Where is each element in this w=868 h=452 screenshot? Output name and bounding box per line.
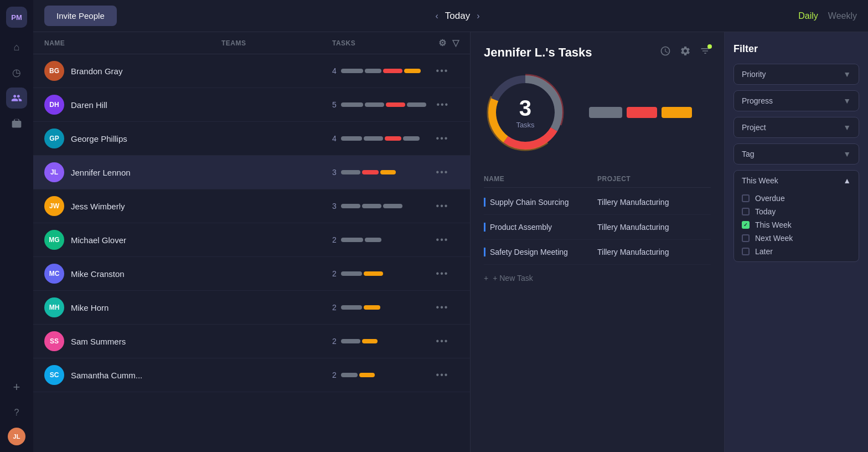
settings-icon[interactable] xyxy=(680,45,691,59)
person-row[interactable]: GP George Phillips 4 ••• xyxy=(33,122,470,156)
filter-date-label: This Week xyxy=(742,176,778,185)
more-options-button[interactable]: ••• xyxy=(426,167,459,177)
person-row[interactable]: MG Michael Glover 2 ••• xyxy=(33,223,470,257)
chevron-down-icon: ▼ xyxy=(843,96,851,105)
filter-option[interactable]: Later xyxy=(742,247,851,256)
col-teams: TEAMS xyxy=(221,39,332,47)
filter-progress-dropdown[interactable]: Progress ▼ xyxy=(733,90,859,111)
more-options-button[interactable]: ••• xyxy=(426,269,459,279)
task-count-badge: 2 xyxy=(332,303,337,312)
chevron-down-icon: ▼ xyxy=(843,150,851,158)
filter-option[interactable]: Next Week xyxy=(742,234,851,243)
person-row[interactable]: DH Daren Hill 5 ••• xyxy=(33,88,470,122)
person-row[interactable]: JL Jennifer Lennon 3 ••• xyxy=(33,156,470,189)
task-bar xyxy=(341,339,360,343)
filter-option-label: This Week xyxy=(755,220,792,229)
bar-amber xyxy=(662,107,692,118)
filter-option[interactable]: Today xyxy=(742,207,851,216)
more-options-button[interactable]: ••• xyxy=(426,336,459,346)
topbar: Invite People ‹ Today › Daily Weekly xyxy=(33,0,868,32)
sidebar: PM ⌂ ◷ + ? JL xyxy=(0,0,33,452)
filter-active-icon[interactable] xyxy=(700,45,711,59)
sidebar-item-home[interactable]: ⌂ xyxy=(6,37,27,58)
sidebar-item-briefcase[interactable] xyxy=(6,113,27,134)
filter-icon[interactable]: ▽ xyxy=(452,38,459,48)
task-bar xyxy=(341,170,360,174)
main-content: Invite People ‹ Today › Daily Weekly NAM… xyxy=(33,0,868,452)
more-options-button[interactable]: ••• xyxy=(426,100,459,110)
sidebar-item-people[interactable] xyxy=(6,88,27,109)
sidebar-item-clock[interactable]: ◷ xyxy=(6,62,27,83)
person-tasks: 2 xyxy=(332,337,426,346)
daily-view-button[interactable]: Daily xyxy=(798,11,818,21)
filter-option-label: Next Week xyxy=(755,234,793,243)
filter-checkbox[interactable] xyxy=(742,221,750,229)
more-options-button[interactable]: ••• xyxy=(426,133,459,143)
filter-checkbox[interactable] xyxy=(742,248,750,255)
tasks-rows: Supply Chain Sourcing Tillery Manufactur… xyxy=(484,190,711,265)
filter-option[interactable]: Overdue xyxy=(742,194,851,203)
more-options-button[interactable]: ••• xyxy=(426,302,459,312)
task-bar xyxy=(404,69,421,73)
filter-checkbox[interactable] xyxy=(742,234,750,242)
filter-priority-dropdown[interactable]: Priority ▼ xyxy=(733,64,859,85)
person-row[interactable]: SS Sam Summers 2 ••• xyxy=(33,325,470,358)
user-avatar[interactable]: JL xyxy=(8,428,25,445)
person-row[interactable]: JW Jess Wimberly 3 ••• xyxy=(33,189,470,223)
filter-progress-label: Progress xyxy=(742,96,773,105)
person-name: JW Jess Wimberly xyxy=(44,196,221,216)
filter-tag-dropdown[interactable]: Tag ▼ xyxy=(733,143,859,165)
person-tasks: 2 xyxy=(332,235,426,244)
next-day-button[interactable]: › xyxy=(477,11,479,21)
task-row[interactable]: Supply Chain Sourcing Tillery Manufactur… xyxy=(484,190,711,215)
col-project: PROJECT xyxy=(597,175,711,183)
chevron-up-icon: ▲ xyxy=(843,176,851,185)
person-avatar: DH xyxy=(44,95,64,115)
person-tasks: 3 xyxy=(332,202,426,210)
person-row[interactable]: MC Mike Cranston 2 ••• xyxy=(33,257,470,291)
invite-people-button[interactable]: Invite People xyxy=(44,6,117,26)
person-row[interactable]: SC Samantha Cumm... 2 ••• xyxy=(33,358,470,392)
sidebar-item-add[interactable]: + xyxy=(6,377,27,398)
person-avatar: MH xyxy=(44,297,64,317)
filter-checkbox[interactable] xyxy=(742,208,750,215)
person-row[interactable]: BG Brandon Gray 4 ••• xyxy=(33,54,470,88)
task-project: Tillery Manufacturing xyxy=(597,248,711,256)
task-bar xyxy=(365,69,381,73)
new-task-button[interactable]: + + New Task xyxy=(484,274,711,282)
person-avatar: MG xyxy=(44,230,64,250)
filter-option[interactable]: This Week xyxy=(742,220,851,229)
filter-checkbox[interactable] xyxy=(742,194,750,202)
person-tasks: 5 xyxy=(332,100,426,109)
task-bar xyxy=(364,136,383,141)
filter-date-header[interactable]: This Week ▲ xyxy=(734,171,859,191)
filter-panel: Filter Priority ▼ Progress ▼ Project ▼ T… xyxy=(724,32,868,452)
more-options-button[interactable]: ••• xyxy=(426,201,459,211)
filter-project-dropdown[interactable]: Project ▼ xyxy=(733,117,859,138)
chevron-down-icon: ▼ xyxy=(843,123,851,132)
task-bars xyxy=(341,339,378,343)
more-options-button[interactable]: ••• xyxy=(426,66,459,76)
prev-day-button[interactable]: ‹ xyxy=(435,11,438,21)
task-row[interactable]: Safety Design Meeting Tillery Manufactur… xyxy=(484,240,711,265)
bar-gray xyxy=(589,107,622,118)
task-row[interactable]: Product Assembly Tillery Manufacturing xyxy=(484,215,711,240)
filter-date-dropdown: This Week ▲ Overdue Today This Week Next… xyxy=(733,170,859,262)
settings-icon[interactable]: ⚙ xyxy=(438,38,447,48)
people-panel: NAME TEAMS TASKS ⚙ ▽ BG Brandon Gray 4 •… xyxy=(33,32,471,452)
person-name: GP George Phillips xyxy=(44,129,221,148)
task-bar xyxy=(341,204,360,208)
person-name: DH Daren Hill xyxy=(44,95,221,115)
app-logo[interactable]: PM xyxy=(6,7,27,28)
task-bar xyxy=(365,238,381,242)
sidebar-item-help[interactable]: ? xyxy=(6,402,27,423)
person-row[interactable]: MH Mike Horn 2 ••• xyxy=(33,291,470,325)
bar-red xyxy=(627,107,657,118)
weekly-view-button[interactable]: Weekly xyxy=(828,11,857,21)
more-options-button[interactable]: ••• xyxy=(426,235,459,245)
clock-icon[interactable] xyxy=(660,45,671,59)
task-count: 3 xyxy=(516,96,534,121)
task-bar xyxy=(341,69,363,73)
more-options-button[interactable]: ••• xyxy=(426,370,459,380)
col-name: NAME xyxy=(44,39,221,47)
